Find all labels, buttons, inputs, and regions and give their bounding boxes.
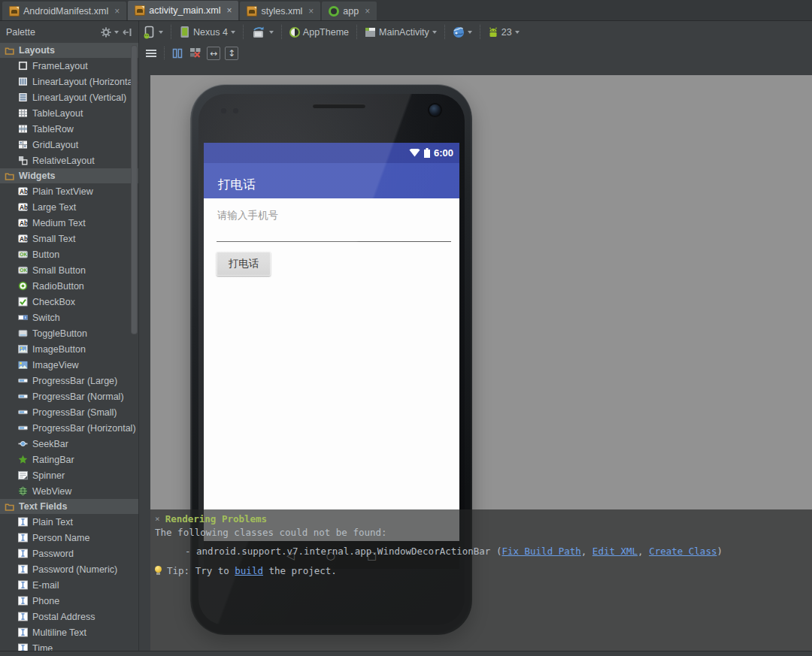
palette-section-widgets[interactable]: Widgets: [0, 168, 138, 183]
phone-number-edittext[interactable]: 请输入手机号: [217, 209, 278, 222]
palette-item-large-text[interactable]: AbLarge Text: [0, 199, 138, 215]
layout-height-button[interactable]: ↕: [223, 45, 241, 62]
palette-item-relativelayout[interactable]: RelativeLayout: [0, 153, 138, 168]
palette-item-tablelayout[interactable]: TableLayout: [0, 105, 138, 121]
palette-item-label: Plain TextView: [32, 186, 93, 197]
palette-section-layouts[interactable]: Layouts: [0, 43, 138, 58]
editor-tab-androidmanifest-xml[interactable]: AndroidManifest.xml×: [2, 2, 126, 20]
palette-item-label: CheckBox: [32, 297, 75, 307]
orientation-button[interactable]: [247, 21, 277, 43]
palette-settings-button[interactable]: [99, 21, 120, 43]
textfield-icon: [18, 533, 28, 543]
palette-item-linearlayout-vertical-[interactable]: LinearLayout (Vertical): [0, 89, 138, 105]
theme-icon: [289, 27, 300, 38]
palette-item-label: Password: [32, 549, 74, 559]
palette-item-progressbar-small-[interactable]: ProgressBar (Small): [0, 404, 138, 420]
grid-layout-icon: [18, 140, 28, 150]
palette-item-checkbox[interactable]: CheckBox: [0, 294, 138, 310]
palette-item-label: TableRow: [32, 124, 74, 135]
palette-item-label: ImageButton: [32, 344, 86, 355]
palette-item-postal-address[interactable]: Postal Address: [0, 609, 138, 624]
create-class-link[interactable]: Create Class: [649, 546, 717, 557]
action-bar: 打电话: [204, 163, 459, 198]
hide-palette-button[interactable]: [120, 21, 134, 43]
delete-x-icon: [189, 47, 201, 59]
editor-tab-bar: AndroidManifest.xml×activity_main.xml×st…: [0, 0, 812, 21]
palette-item-togglebutton[interactable]: ToggleButton: [0, 325, 138, 341]
clear-layout-button[interactable]: [186, 45, 205, 62]
editor-tab-activity_main-xml[interactable]: activity_main.xml×: [128, 1, 238, 20]
column-mode-button[interactable]: [168, 45, 186, 62]
palette-header: Palette: [0, 21, 139, 43]
palette-item-imageview[interactable]: ImageView: [0, 357, 138, 373]
palette-item-progressbar-horizontal-[interactable]: ProgressBar (Horizontal): [0, 420, 138, 436]
palette-scrollbar[interactable]: [131, 45, 138, 334]
palette-item-progressbar-large-[interactable]: ProgressBar (Large): [0, 373, 138, 388]
palette-item-seekbar[interactable]: SeekBar: [0, 436, 138, 452]
palette-item-medium-text[interactable]: AbMedium Text: [0, 215, 138, 231]
build-link[interactable]: build: [235, 565, 263, 576]
palette-item-phone[interactable]: Phone: [0, 593, 138, 609]
palette-item-button[interactable]: OKButton: [0, 246, 138, 262]
progressbar-icon: [18, 423, 28, 433]
designer-toolbar-secondary: ↔ ↕: [139, 43, 812, 63]
palette-item-time[interactable]: Time: [0, 640, 138, 651]
palette-item-password-numeric-[interactable]: Password (Numeric): [0, 561, 138, 577]
problems-message: The following classes could not be found…: [155, 527, 812, 538]
palette-item-small-button[interactable]: OKSmall Button: [0, 262, 138, 278]
palette-item-gridlayout[interactable]: GridLayout: [0, 137, 138, 153]
close-icon[interactable]: ×: [155, 514, 160, 524]
edit-xml-link[interactable]: Edit XML: [592, 546, 638, 557]
locale-selector[interactable]: [449, 21, 476, 43]
layout-width-button[interactable]: ↔: [205, 45, 223, 62]
palette-item-password[interactable]: Password: [0, 546, 138, 561]
device-config-button[interactable]: [139, 21, 167, 43]
imageview-icon: [18, 360, 28, 370]
palette-item-person-name[interactable]: Person Name: [0, 530, 138, 546]
palette-item-spinner[interactable]: Spinner: [0, 467, 138, 483]
layout-canvas[interactable]: 请输入手机号 打电话: [204, 198, 459, 541]
palette-item-multiline-text[interactable]: Multiline Text: [0, 624, 138, 640]
textfield-icon: [18, 643, 28, 651]
tab-close-icon[interactable]: ×: [226, 5, 232, 16]
editor-tab-styles-xml[interactable]: styles.xml×: [240, 2, 320, 20]
relative-layout-icon: [18, 156, 28, 165]
palette-item-e-mail[interactable]: E-mail: [0, 577, 138, 593]
palette-item-plain-text[interactable]: Plain Text: [0, 514, 138, 530]
palette-item-radiobutton[interactable]: RadioButton: [0, 278, 138, 294]
virtual-device-selector[interactable]: Nexus 4: [175, 21, 239, 43]
app-preview-screen[interactable]: 6:00 打电话 请输入手机号 打电话 ◁ ○ □: [204, 143, 459, 569]
editor-tab-app[interactable]: app×: [322, 2, 377, 20]
palette-item-progressbar-normal-[interactable]: ProgressBar (Normal): [0, 388, 138, 404]
palette-item-label: Medium Text: [32, 218, 86, 228]
palette-item-switch[interactable]: Switch: [0, 310, 138, 325]
palette-item-label: ToggleButton: [32, 328, 87, 339]
table-row-icon: [18, 124, 28, 134]
palette-item-ratingbar[interactable]: RatingBar: [0, 452, 138, 467]
fix-build-path-link[interactable]: Fix Build Path: [501, 546, 580, 557]
section-title: Widgets: [19, 171, 56, 181]
tab-close-icon[interactable]: ×: [308, 6, 314, 17]
call-button[interactable]: 打电话: [217, 252, 271, 276]
toolbar-separator: [281, 25, 282, 39]
activity-selector[interactable]: MainActivity: [361, 21, 441, 43]
wifi-icon: [409, 149, 420, 157]
lightbulb-icon: [155, 566, 162, 573]
design-surface[interactable]: 6:00 打电话 请输入手机号 打电话 ◁ ○ □: [150, 75, 812, 651]
tab-close-icon[interactable]: ×: [365, 6, 370, 17]
palette-item-framelayout[interactable]: FrameLayout: [0, 58, 138, 74]
palette-item-imagebutton[interactable]: ImageButton: [0, 341, 138, 357]
palette-item-tablerow[interactable]: TableRow: [0, 121, 138, 137]
palette-item-plain-textview[interactable]: AbPlain TextView: [0, 183, 138, 199]
palette-item-webview[interactable]: WebView: [0, 483, 138, 499]
view-menu-button[interactable]: [142, 45, 160, 62]
palette-section-text-fields[interactable]: Text Fields: [0, 499, 138, 514]
palette-item-label: ProgressBar (Small): [32, 407, 117, 418]
tab-close-icon[interactable]: ×: [114, 6, 120, 17]
palette-item-linearlayout-horizontal-[interactable]: LinearLayout (Horizontal): [0, 74, 138, 89]
switch-icon: [18, 313, 28, 322]
palette-title: Palette: [6, 27, 99, 38]
palette-item-small-text[interactable]: AbSmall Text: [0, 231, 138, 246]
api-level-selector[interactable]: 23: [484, 21, 523, 43]
theme-selector[interactable]: AppTheme: [286, 21, 353, 43]
